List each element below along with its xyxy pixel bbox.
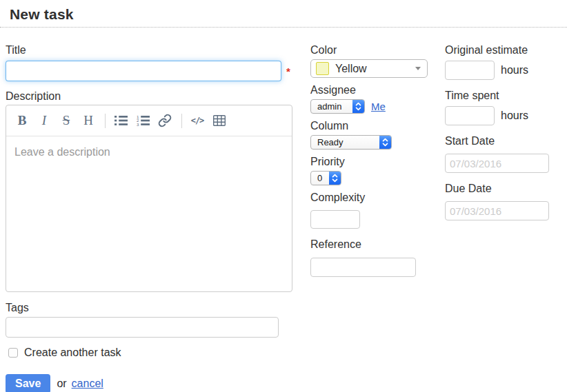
link-icon[interactable]: [158, 112, 172, 129]
hours-suffix: hours: [501, 110, 528, 122]
select-stepper-icon: [379, 135, 391, 149]
priority-select[interactable]: 0: [310, 171, 341, 185]
start-date-input[interactable]: [445, 154, 549, 173]
tags-label: Tags: [6, 302, 294, 314]
form-middle-column: Color Yellow Assignee admin Me Column Re…: [310, 44, 435, 277]
priority-label: Priority: [310, 156, 435, 168]
color-select-value: Yellow: [335, 63, 367, 75]
reference-input[interactable]: [310, 258, 416, 277]
assignee-label: Assignee: [310, 84, 435, 96]
table-icon[interactable]: [212, 112, 226, 129]
heading-icon[interactable]: H: [81, 112, 95, 129]
page-header: New task: [0, 0, 567, 28]
code-icon[interactable]: </>: [190, 112, 204, 129]
color-swatch: [316, 62, 329, 75]
required-marker: *: [286, 65, 290, 77]
create-another-checkbox[interactable]: [8, 348, 18, 358]
priority-select-value: 0: [311, 173, 329, 183]
select-stepper-icon: [352, 99, 364, 114]
description-editor: B I S H 1 2 3: [6, 105, 292, 292]
toolbar-divider: [105, 114, 106, 128]
due-date-label: Due Date: [445, 183, 562, 195]
tags-input[interactable]: [6, 317, 279, 338]
original-estimate-label: Original estimate: [445, 44, 562, 56]
unordered-list-icon[interactable]: [114, 112, 128, 129]
svg-text:3: 3: [137, 122, 139, 126]
column-select-value: Ready: [311, 137, 379, 147]
create-another-row: Create another task: [6, 347, 294, 359]
ordered-list-icon[interactable]: 1 2 3: [136, 112, 150, 129]
complexity-label: Complexity: [310, 192, 435, 204]
time-spent-input[interactable]: [445, 106, 495, 125]
chevron-down-icon: [415, 67, 421, 70]
color-label: Color: [310, 44, 435, 56]
toolbar-divider: [181, 114, 182, 128]
editor-toolbar: B I S H 1 2 3: [6, 105, 292, 136]
title-label: Title: [6, 44, 294, 56]
assignee-select-value: admin: [311, 101, 352, 112]
hours-suffix: hours: [501, 64, 528, 76]
actions-separator-text: or: [57, 378, 66, 390]
select-stepper-icon: [329, 171, 341, 185]
time-spent-label: Time spent: [445, 90, 562, 102]
time-spent-row: hours: [445, 106, 562, 125]
assign-to-me-link[interactable]: Me: [371, 101, 386, 112]
description-input[interactable]: Leave a description: [6, 136, 292, 292]
save-button[interactable]: Save: [6, 374, 50, 392]
color-select[interactable]: Yellow: [310, 59, 428, 78]
form-actions: Save or cancel: [6, 374, 294, 392]
italic-icon[interactable]: I: [37, 112, 51, 129]
complexity-input[interactable]: [310, 210, 360, 229]
assignee-select[interactable]: admin: [310, 99, 365, 114]
reference-label: Reference: [310, 238, 435, 251]
page-title: New task: [10, 6, 567, 23]
column-label: Column: [310, 120, 435, 132]
description-label: Description: [6, 90, 294, 103]
strikethrough-icon[interactable]: S: [59, 112, 73, 129]
title-input[interactable]: [6, 61, 281, 81]
form-left-column: Title * Description B I S H 1 2 3: [6, 44, 294, 392]
start-date-label: Start Date: [445, 135, 562, 147]
bold-icon[interactable]: B: [15, 112, 29, 129]
form-right-column: Original estimate hours Time spent hours…: [445, 44, 562, 220]
title-row: *: [6, 61, 294, 81]
cancel-link[interactable]: cancel: [72, 378, 103, 390]
original-estimate-row: hours: [445, 61, 562, 80]
due-date-input[interactable]: [445, 201, 549, 220]
assignee-row: admin Me: [310, 99, 435, 114]
original-estimate-input[interactable]: [445, 61, 495, 80]
create-another-label: Create another task: [24, 347, 121, 359]
column-select[interactable]: Ready: [310, 135, 392, 149]
